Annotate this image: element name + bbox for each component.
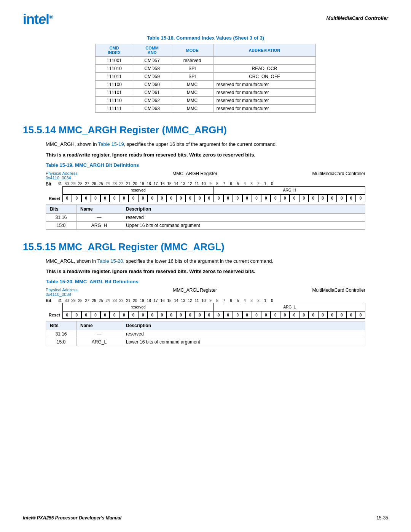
- cell: CMD57: [133, 57, 171, 65]
- bit-numbers-row-1: Bit 313029282726252423222120191817161514…: [46, 182, 365, 186]
- bitdef-table-2: Bits Name Description 31:16 — reserved 1…: [46, 321, 365, 346]
- reset-row-1: Reset 0 0 0 0 0 0 0 0 0 0 0 0 0 0 0: [46, 195, 365, 202]
- cell: 111100: [96, 81, 133, 89]
- cell: CMD60: [133, 81, 171, 89]
- reserved-field-1: reserved: [62, 186, 214, 195]
- desc-cell: Upper 16 bits of command argument: [122, 221, 365, 229]
- controller-name-1: MultiMediaCard Controller: [312, 171, 365, 180]
- cell: [213, 57, 315, 65]
- col-cmd-index: CMDINDEX: [96, 44, 133, 57]
- bit-nums-1: 3130292827262524232221201918171615141312…: [56, 182, 276, 186]
- cell: MMC: [171, 105, 213, 113]
- table-row: 111001 CMD57 reserved: [96, 57, 316, 65]
- section-15-5-14-heading: 15.5.14 MMC_ARGH Register (MMC_ARGH): [23, 124, 388, 136]
- name-cell: —: [76, 213, 122, 221]
- page-header: intel® MultiMediaCard Controller: [23, 11, 388, 27]
- reg-fields-2: reserved ARG_L: [62, 303, 365, 311]
- phys-addr-block-1: Physical Address 0x4110_0034: [46, 171, 78, 180]
- cell: MMC: [171, 89, 213, 97]
- bitdef-col-name-2: Name: [76, 321, 122, 330]
- logo-text: intel: [23, 11, 49, 27]
- reset-label-2: Reset: [46, 311, 62, 319]
- col-abbreviation: ABBREVIATION: [213, 44, 315, 57]
- bits-cell: 15:0: [46, 338, 76, 346]
- table-ref-link-2[interactable]: Table 15-20: [97, 258, 123, 264]
- cell: CMD62: [133, 97, 171, 105]
- table-row: 111100 CMD60 MMC reserved for manufactur…: [96, 81, 316, 89]
- col-mode: MODE: [171, 44, 213, 57]
- bit-nums-2: 3130292827262524232221201918171615141312…: [56, 299, 276, 303]
- table-ref-link[interactable]: Table 15-19: [98, 141, 124, 147]
- read-write-note-1: This is a read/write register. Ignore re…: [46, 152, 365, 158]
- bits-cell: 31:16: [46, 330, 76, 338]
- table-row: 111111 CMD63 MMC reserved for manufactur…: [96, 105, 316, 113]
- reg-fields-1: reserved ARG_H: [62, 186, 365, 195]
- reserved-field-2: reserved: [62, 303, 214, 311]
- table-row: 111110 CMD62 MMC reserved for manufactur…: [96, 97, 316, 105]
- table-15-18-container: Table 15-18. Command Index Values (Sheet…: [95, 35, 316, 113]
- phys-addr-block-2: Physical Address 0x4110_0038: [46, 288, 78, 297]
- cell: 111110: [96, 97, 133, 105]
- controller-name-2: MultiMediaCard Controller: [312, 288, 365, 297]
- cell: CMD61: [133, 89, 171, 97]
- col-comm-and: COMMAND: [133, 44, 171, 57]
- bitdef-row: 15:0 ARG_L Lower 16 bits of command argu…: [46, 338, 365, 346]
- table-15-18: CMDINDEX COMMAND MODE ABBREVIATION 11100…: [95, 44, 316, 113]
- bitdef-col-bits: Bits: [46, 204, 76, 213]
- table-row: 111010 CMD58 SPI READ_OCR: [96, 65, 316, 73]
- section-15-5-15: 15.5.15 MMC_ARGL Register (MMC_ARGL) MMC…: [23, 241, 388, 347]
- page-footer: Intel® PXA255 Processor Developer's Manu…: [23, 515, 388, 521]
- name-cell: ARG_H: [76, 221, 122, 229]
- argl-field: ARG_L: [214, 303, 365, 311]
- reg-field-row-1: reserved ARG_H: [46, 186, 365, 195]
- reg-visual-1: reserved ARG_H Reset 0 0 0 0 0 0 0 0 0 0: [46, 186, 365, 202]
- cell: 111001: [96, 57, 133, 65]
- reg-visual-2: reserved ARG_L Reset 0 0 0 0 0 0 0 0 0 0: [46, 303, 365, 319]
- table-15-18-title: Table 15-18. Command Index Values (Sheet…: [95, 35, 316, 41]
- footer-right: 15-35: [376, 515, 388, 521]
- argh-field-1: ARG_H: [214, 186, 365, 195]
- table-15-19-title: Table 15-19. MMC_ARGH Bit Definitions: [46, 162, 388, 168]
- table-15-20-section: Table 15-20. MMC_ARGL Bit Definitions Ph…: [23, 279, 388, 346]
- cell: MMC: [171, 97, 213, 105]
- read-write-note-2: This is a read/write register. Ignore re…: [46, 268, 365, 274]
- reset-cells-2: 0 0 0 0 0 0 0 0 0 0 0 0 0 0 0 0 0: [62, 311, 365, 319]
- name-cell: ARG_L: [76, 338, 122, 346]
- bitdef-col-bits-2: Bits: [46, 321, 76, 330]
- cell: reserved for manufacturer: [213, 81, 315, 89]
- cell: SPI: [171, 73, 213, 81]
- bitdef-col-desc-2: Description: [122, 321, 365, 330]
- cell: 111011: [96, 73, 133, 81]
- reset-cells-1: 0 0 0 0 0 0 0 0 0 0 0 0 0 0 0 0 0: [62, 195, 365, 202]
- cell: SPI: [171, 65, 213, 73]
- section-15-5-14-body: MMC_ARGH, shown in Table 15-19, specifie…: [46, 141, 365, 148]
- cell: CMD59: [133, 73, 171, 81]
- desc-cell: reserved: [122, 213, 365, 221]
- reg-field-row-2: reserved ARG_L: [46, 303, 365, 311]
- phys-addr-label-1: Physical Address: [46, 171, 78, 176]
- cell: MMC: [171, 81, 213, 89]
- phys-addr-value-1: 0x4110_0034: [46, 176, 78, 180]
- bit-numbers-row-2: Bit 313029282726252423222120191817161514…: [46, 298, 365, 303]
- table-15-20-title: Table 15-20. MMC_ARGL Bit Definitions: [46, 279, 388, 284]
- cell: CMD63: [133, 105, 171, 113]
- cell: CMD58: [133, 65, 171, 73]
- header-title: MultiMediaCard Controller: [326, 11, 388, 21]
- table-15-19-section: Table 15-19. MMC_ARGH Bit Definitions Ph…: [23, 162, 388, 230]
- reg-name-1: MMC_ARGH Register: [172, 171, 217, 180]
- bit-label-2: Bit: [46, 298, 54, 303]
- section-15-5-15-heading: 15.5.15 MMC_ARGL Register (MMC_ARGL): [23, 241, 388, 253]
- desc-cell: Lower 16 bits of command argument: [122, 338, 365, 346]
- cell: READ_OCR: [213, 65, 315, 73]
- phys-addr-value-2: 0x4110_0038: [46, 292, 78, 297]
- intel-logo: intel®: [23, 11, 53, 27]
- cell: reserved for manufacturer: [213, 97, 315, 105]
- cell: CRC_ON_OFF: [213, 73, 315, 81]
- bitdef-row: 15:0 ARG_H Upper 16 bits of command argu…: [46, 221, 365, 229]
- reg-info-row-1: Physical Address 0x4110_0034 MMC_ARGH Re…: [46, 171, 365, 180]
- cell: 111101: [96, 89, 133, 97]
- name-cell: —: [76, 330, 122, 338]
- reg-info-row-2: Physical Address 0x4110_0038 MMC_ARGL Re…: [46, 288, 365, 297]
- cell: reserved for manufacturer: [213, 105, 315, 113]
- cell: reserved: [171, 57, 213, 65]
